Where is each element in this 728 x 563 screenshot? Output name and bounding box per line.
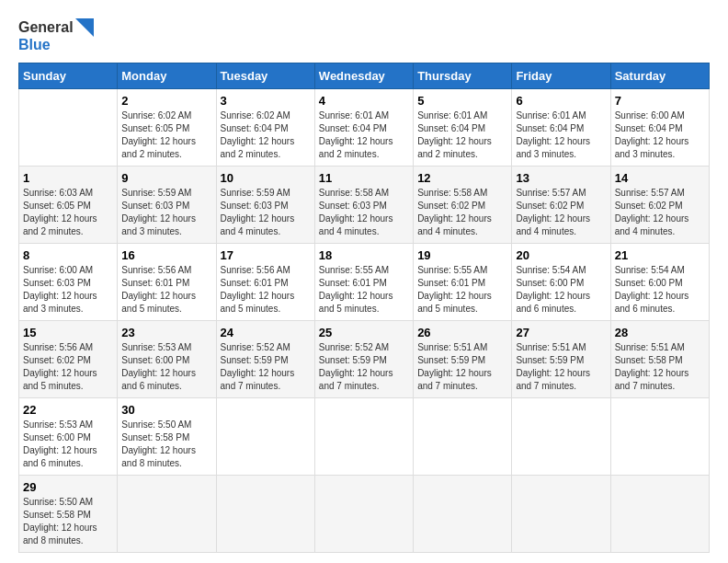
logo-triangle (75, 18, 94, 37)
calendar-week-row: 29Sunrise: 5:50 AMSunset: 5:58 PMDayligh… (19, 475, 710, 552)
day-number: 19 (417, 248, 507, 262)
day-info: Sunrise: 5:59 AMSunset: 6:03 PMDaylight:… (221, 187, 311, 238)
calendar-day-cell: 4Sunrise: 6:01 AMSunset: 6:04 PMDaylight… (314, 88, 413, 166)
day-number: 29 (23, 480, 113, 494)
day-info: Sunrise: 5:52 AMSunset: 5:59 PMDaylight:… (221, 341, 311, 393)
day-number: 16 (121, 248, 211, 262)
day-header-sunday: Sunday (19, 63, 118, 88)
day-info: Sunrise: 5:51 AMSunset: 5:58 PMDaylight:… (615, 341, 705, 393)
calendar-week-row: 1Sunrise: 6:03 AMSunset: 6:05 PMDaylight… (19, 166, 710, 243)
calendar-day-cell: 18Sunrise: 5:55 AMSunset: 6:01 PMDayligh… (314, 243, 413, 320)
calendar-day-cell: 8Sunrise: 6:00 AMSunset: 6:03 PMDaylight… (19, 243, 118, 320)
day-number: 3 (221, 94, 311, 108)
day-header-friday: Friday (512, 63, 610, 88)
day-info: Sunrise: 5:54 AMSunset: 6:00 PMDaylight:… (615, 264, 705, 316)
calendar-day-cell: 20Sunrise: 5:54 AMSunset: 6:00 PMDayligh… (512, 243, 610, 320)
day-info: Sunrise: 6:03 AMSunset: 6:05 PMDaylight:… (23, 187, 113, 238)
calendar-empty-cell (512, 475, 610, 552)
day-number: 21 (615, 248, 705, 262)
calendar-day-cell: 17Sunrise: 5:56 AMSunset: 6:01 PMDayligh… (216, 243, 314, 320)
day-info: Sunrise: 5:55 AMSunset: 6:01 PMDaylight:… (319, 264, 409, 316)
day-info: Sunrise: 6:00 AMSunset: 6:04 PMDaylight:… (615, 109, 705, 161)
day-header-saturday: Saturday (610, 63, 709, 88)
calendar-day-cell: 14Sunrise: 5:57 AMSunset: 6:02 PMDayligh… (610, 166, 709, 243)
day-info: Sunrise: 6:02 AMSunset: 6:04 PMDaylight:… (221, 109, 311, 161)
calendar-day-cell: 27Sunrise: 5:51 AMSunset: 5:59 PMDayligh… (512, 320, 610, 397)
day-number: 7 (615, 94, 705, 108)
logo-text-general: General (18, 19, 74, 36)
calendar-empty-cell (414, 397, 512, 475)
calendar-header-row: SundayMondayTuesdayWednesdayThursdayFrid… (19, 63, 710, 88)
day-info: Sunrise: 6:01 AMSunset: 6:04 PMDaylight:… (516, 109, 606, 161)
day-info: Sunrise: 6:01 AMSunset: 6:04 PMDaylight:… (417, 109, 507, 161)
calendar-empty-cell (414, 475, 512, 552)
day-number: 14 (615, 171, 705, 185)
day-info: Sunrise: 5:58 AMSunset: 6:02 PMDaylight:… (417, 187, 507, 238)
calendar-week-row: 8Sunrise: 6:00 AMSunset: 6:03 PMDaylight… (19, 243, 710, 320)
calendar-empty-cell (314, 397, 413, 475)
calendar-week-row: 22Sunrise: 5:53 AMSunset: 6:00 PMDayligh… (19, 397, 710, 475)
calendar-table: SundayMondayTuesdayWednesdayThursdayFrid… (18, 63, 710, 553)
day-info: Sunrise: 5:57 AMSunset: 6:02 PMDaylight:… (516, 187, 606, 238)
day-number: 22 (23, 403, 113, 417)
calendar-empty-cell (216, 397, 314, 475)
day-info: Sunrise: 5:54 AMSunset: 6:00 PMDaylight:… (516, 264, 606, 316)
day-number: 10 (221, 171, 311, 185)
day-info: Sunrise: 5:55 AMSunset: 6:01 PMDaylight:… (417, 264, 507, 316)
calendar-day-cell: 7Sunrise: 6:00 AMSunset: 6:04 PMDaylight… (610, 88, 709, 166)
calendar-empty-cell (610, 397, 709, 475)
logo: General Blue (18, 18, 94, 53)
day-info: Sunrise: 6:01 AMSunset: 6:04 PMDaylight:… (319, 109, 409, 161)
day-info: Sunrise: 5:59 AMSunset: 6:03 PMDaylight:… (121, 187, 211, 238)
calendar-day-cell: 30Sunrise: 5:50 AMSunset: 5:58 PMDayligh… (118, 397, 216, 475)
logo-text-blue: Blue (18, 37, 94, 53)
calendar-empty-cell (512, 397, 610, 475)
day-header-wednesday: Wednesday (314, 63, 413, 88)
logo-container: General Blue (18, 18, 94, 53)
day-number: 17 (221, 248, 311, 262)
calendar-day-cell: 5Sunrise: 6:01 AMSunset: 6:04 PMDaylight… (414, 88, 512, 166)
day-number: 1 (23, 171, 113, 185)
day-info: Sunrise: 5:51 AMSunset: 5:59 PMDaylight:… (516, 341, 606, 393)
calendar-empty-cell (610, 475, 709, 552)
calendar-day-cell: 2Sunrise: 6:02 AMSunset: 6:05 PMDaylight… (118, 88, 216, 166)
calendar-empty-cell (314, 475, 413, 552)
day-info: Sunrise: 6:00 AMSunset: 6:03 PMDaylight:… (23, 264, 113, 316)
day-info: Sunrise: 5:58 AMSunset: 6:03 PMDaylight:… (319, 187, 409, 238)
day-number: 23 (121, 326, 211, 339)
calendar-day-cell: 13Sunrise: 5:57 AMSunset: 6:02 PMDayligh… (512, 166, 610, 243)
calendar-week-row: 15Sunrise: 5:56 AMSunset: 6:02 PMDayligh… (19, 320, 710, 397)
calendar-day-cell: 28Sunrise: 5:51 AMSunset: 5:58 PMDayligh… (610, 320, 709, 397)
day-number: 5 (417, 94, 507, 108)
calendar-day-cell: 29Sunrise: 5:50 AMSunset: 5:58 PMDayligh… (19, 475, 118, 552)
svg-marker-0 (75, 18, 94, 37)
day-number: 28 (615, 326, 705, 339)
day-number: 6 (516, 94, 606, 108)
calendar-day-cell: 22Sunrise: 5:53 AMSunset: 6:00 PMDayligh… (19, 397, 118, 475)
calendar-day-cell: 3Sunrise: 6:02 AMSunset: 6:04 PMDaylight… (216, 88, 314, 166)
day-number: 30 (121, 403, 211, 417)
day-number: 26 (417, 326, 507, 339)
calendar-day-cell: 24Sunrise: 5:52 AMSunset: 5:59 PMDayligh… (216, 320, 314, 397)
calendar-day-cell: 21Sunrise: 5:54 AMSunset: 6:00 PMDayligh… (610, 243, 709, 320)
calendar-week-row: 2Sunrise: 6:02 AMSunset: 6:05 PMDaylight… (19, 88, 710, 166)
calendar-day-cell: 19Sunrise: 5:55 AMSunset: 6:01 PMDayligh… (414, 243, 512, 320)
day-number: 8 (23, 248, 113, 262)
calendar-day-cell: 26Sunrise: 5:51 AMSunset: 5:59 PMDayligh… (414, 320, 512, 397)
calendar-day-cell: 23Sunrise: 5:53 AMSunset: 6:00 PMDayligh… (118, 320, 216, 397)
day-number: 11 (319, 171, 409, 185)
day-number: 25 (319, 326, 409, 339)
day-number: 20 (516, 248, 606, 262)
day-info: Sunrise: 5:53 AMSunset: 6:00 PMDaylight:… (23, 419, 113, 470)
day-number: 4 (319, 94, 409, 108)
day-header-tuesday: Tuesday (216, 63, 314, 88)
calendar-day-cell: 25Sunrise: 5:52 AMSunset: 5:59 PMDayligh… (314, 320, 413, 397)
day-number: 24 (221, 326, 311, 339)
calendar-empty-cell (216, 475, 314, 552)
calendar-day-cell: 12Sunrise: 5:58 AMSunset: 6:02 PMDayligh… (414, 166, 512, 243)
day-number: 15 (23, 326, 113, 339)
day-info: Sunrise: 5:51 AMSunset: 5:59 PMDaylight:… (417, 341, 507, 393)
calendar-day-cell: 15Sunrise: 5:56 AMSunset: 6:02 PMDayligh… (19, 320, 118, 397)
day-info: Sunrise: 5:50 AMSunset: 5:58 PMDaylight:… (23, 496, 113, 547)
day-info: Sunrise: 5:56 AMSunset: 6:02 PMDaylight:… (23, 341, 113, 393)
